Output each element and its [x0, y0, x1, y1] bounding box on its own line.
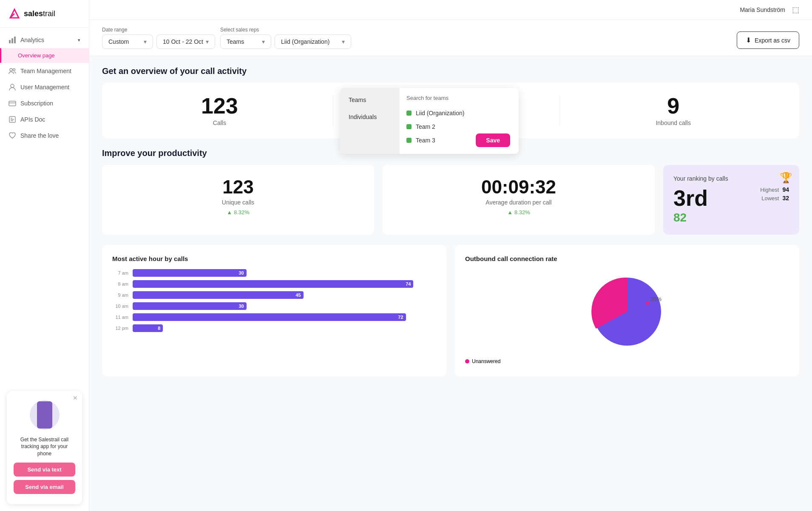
sidebar-nav: Analytics ▾ Overview page Team Managemen… — [0, 28, 89, 384]
teams-dropdown: Teams Individuals Search for teams Liid … — [340, 88, 519, 154]
date-range-select[interactable]: 10 Oct - 22 Oct ▾ — [156, 34, 215, 49]
avg-trend: ▲ 8.32% — [395, 209, 642, 216]
card-icon — [9, 99, 16, 107]
bar-chart-card: Most active hour by calls 7 am 30 8 am 7… — [102, 245, 446, 376]
bar-value: 74 — [406, 281, 411, 287]
sidebar-item-overview[interactable]: Overview page — [0, 48, 89, 63]
dropdown-teams-tab[interactable]: Teams — [340, 91, 400, 108]
teams-value: Teams — [227, 38, 244, 45]
trend-up-icon: ▲ — [227, 209, 232, 216]
bar-label: 11 am — [112, 315, 128, 320]
unanswered-color — [465, 359, 469, 363]
download-icon: ⬇ — [746, 36, 751, 44]
api-icon — [9, 116, 16, 123]
date-custom-select[interactable]: Custom ▾ — [102, 34, 153, 49]
sidebar-item-share-love[interactable]: Share the love — [0, 128, 89, 144]
unique-calls-trend: ▲ 8.32% — [115, 209, 361, 216]
sidebar-item-apis-doc[interactable]: APIs Doc — [0, 111, 89, 128]
avg-duration-label: Average duration per call — [395, 199, 642, 206]
chevron-down-icon: ▾ — [342, 38, 345, 45]
save-button[interactable]: Save — [476, 133, 510, 147]
svg-rect-8 — [9, 101, 16, 106]
chevron-down-icon: ▾ — [206, 38, 209, 45]
sidebar-item-team-management[interactable]: Team Management — [0, 63, 89, 79]
charts-grid: Most active hour by calls 7 am 30 8 am 7… — [102, 245, 799, 376]
bar-fill: 72 — [133, 313, 406, 321]
bar-row: 10 am 30 — [112, 302, 436, 310]
bar-value: 30 — [239, 270, 244, 275]
header: Maria Sundström ⬚ — [89, 0, 812, 20]
logout-icon[interactable]: ⬚ — [792, 5, 799, 14]
bar-value: 30 — [239, 304, 244, 309]
main-content: Maria Sundström ⬚ Date range Custom ▾ 10… — [89, 0, 812, 511]
bar-row: 7 am 30 — [112, 269, 436, 277]
export-label: Export as csv — [755, 37, 790, 44]
chart-icon — [9, 36, 16, 44]
sales-reps-label: Select sales reps — [220, 27, 351, 33]
send-via-email-button[interactable]: Send via email — [14, 480, 75, 494]
sidebar-item-subscription[interactable]: Subscription — [0, 95, 89, 111]
promo-close-button[interactable]: ✕ — [73, 395, 78, 401]
bar-row: 12 pm 8 — [112, 324, 436, 332]
bar-fill: 8 — [133, 324, 163, 332]
team-name: Team 3 — [416, 137, 435, 144]
sidebar: salestrail Analytics ▾ Overview page Tea… — [0, 0, 89, 511]
promo-image — [28, 398, 62, 432]
svg-text:35%: 35% — [650, 296, 662, 302]
inbound-label: Inbound calls — [568, 119, 778, 126]
bar-track: 30 — [133, 269, 436, 277]
date-custom-value: Custom — [108, 38, 129, 45]
teams-select[interactable]: Teams ▾ — [220, 34, 271, 49]
heart-icon — [9, 132, 16, 139]
bar-value: 45 — [295, 292, 301, 298]
legend-unanswered: Unanswered — [465, 358, 789, 364]
date-range-group: Date range Custom ▾ 10 Oct - 22 Oct ▾ — [102, 27, 215, 49]
team-color-indicator — [406, 124, 412, 129]
bar-value: 8 — [158, 326, 160, 331]
filter-bar: Date range Custom ▾ 10 Oct - 22 Oct ▾ Se… — [89, 20, 812, 56]
calls-value: 123 — [115, 95, 324, 117]
ranking-stats: Highest 94 Lowest 32 — [760, 186, 789, 203]
sidebar-item-user-management[interactable]: User Management — [0, 79, 89, 95]
bar-fill: 45 — [133, 291, 304, 299]
team-color-indicator — [406, 138, 412, 143]
sidebar-item-share-label: Share the love — [20, 132, 59, 139]
pie-chart-card: Outbound call connection rate 35% Unansw… — [455, 245, 799, 376]
pie-chart: 35% — [465, 269, 789, 354]
team-item-liid[interactable]: Liid (Organization) — [406, 106, 512, 120]
bar-row: 9 am 45 — [112, 291, 436, 299]
unique-calls-value: 123 — [115, 178, 361, 196]
call-activity-title: Get an overview of your call activity — [102, 66, 799, 76]
sidebar-item-analytics[interactable]: Analytics ▾ — [0, 32, 89, 48]
team-color-indicator — [406, 111, 412, 116]
bar-fill: 74 — [133, 280, 413, 288]
svg-point-6 — [13, 69, 15, 71]
send-via-text-button[interactable]: Send via text — [14, 463, 75, 477]
search-teams-title: Search for teams — [406, 95, 512, 101]
trend-up-icon: ▲ — [507, 209, 513, 216]
org-select[interactable]: Liid (Organization) ▾ — [275, 34, 351, 49]
export-csv-button[interactable]: ⬇ Export as csv — [737, 31, 799, 49]
inbound-stat: 9 Inbound calls — [560, 95, 786, 126]
trophy-icon: 🏆 — [780, 172, 792, 184]
lowest-label: Lowest — [761, 195, 779, 202]
chevron-down-icon: ▾ — [78, 37, 80, 43]
sidebar-item-team-label: Team Management — [20, 68, 71, 74]
dropdown-right-panel: Search for teams Liid (Organization) Tea… — [400, 88, 519, 154]
bar-chart: 7 am 30 8 am 74 9 am 45 10 am — [112, 269, 436, 332]
bar-chart-title: Most active hour by calls — [112, 255, 436, 262]
trend-value: 8.32% — [234, 209, 250, 216]
ranking-card: 🏆 Your ranking by calls 3rd 82 Highest 9… — [663, 165, 799, 235]
dropdown-individuals-tab[interactable]: Individuals — [340, 108, 400, 125]
ranking-title: Your ranking by calls — [673, 175, 789, 182]
unique-calls-card: 123 Unique calls ▲ 8.32% — [102, 165, 374, 235]
team-item-2[interactable]: Team 2 — [406, 120, 512, 133]
svg-point-7 — [11, 84, 14, 88]
ranking-lowest: Lowest 32 — [760, 195, 789, 202]
team-name: Liid (Organization) — [416, 110, 464, 116]
bar-row: 8 am 74 — [112, 280, 436, 288]
lowest-value: 32 — [782, 195, 789, 202]
promo-text: Get the Salestrail call tracking app for… — [14, 436, 75, 457]
productivity-grid: 123 Unique calls ▲ 8.32% 00:09:32 Averag… — [102, 165, 799, 235]
unique-calls-label: Unique calls — [115, 199, 361, 206]
